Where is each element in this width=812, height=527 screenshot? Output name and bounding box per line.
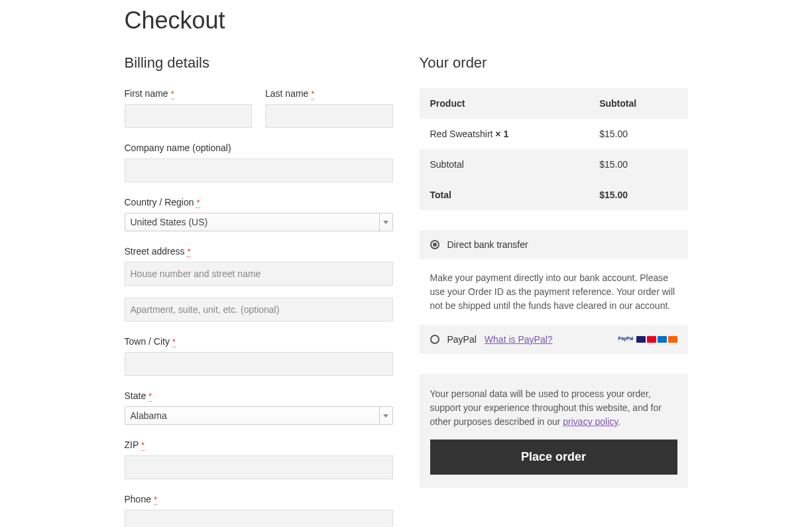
radio-icon [430,240,439,249]
required-icon: * [172,337,176,347]
price-cell: $15.00 [589,119,687,149]
zip-label: ZIP * [125,439,393,450]
what-is-paypal-link[interactable]: What is PayPal? [485,334,553,345]
company-label: Company name (optional) [125,143,393,153]
subtotal-value: $15.00 [589,149,687,180]
state-select-value: Alabama [131,410,167,421]
mastercard-icon [647,336,656,343]
table-row: Red Sweatshirt × 1 $15.00 [420,119,688,149]
order-summary-table: Product Subtotal Red Sweatshirt × 1 $15.… [420,88,688,210]
order-title: Your order [420,54,688,72]
payment-paypal[interactable]: PayPal What is PayPal? PayPal [420,325,688,354]
street-label: Street address * [125,246,393,257]
required-icon: * [154,495,157,505]
last-name-input[interactable] [265,104,393,128]
city-input[interactable] [125,352,393,376]
subtotal-row: Subtotal $15.00 [420,149,688,180]
radio-icon [430,335,439,344]
payment-paypal-label: PayPal [447,334,477,345]
paypal-icon: PayPal [618,336,634,343]
visa-icon [636,336,646,343]
phone-input[interactable] [125,510,393,527]
product-header: Product [420,88,589,119]
state-label: State * [125,390,393,401]
chevron-down-icon [379,213,392,231]
required-icon: * [171,89,174,99]
first-name-label: First name * [125,88,253,99]
privacy-notice: Your personal data will be used to proce… [430,387,677,429]
payment-direct-transfer[interactable]: Direct bank transfer [420,230,688,259]
last-name-label: Last name * [265,88,393,99]
payment-card-logos: PayPal [618,336,677,343]
payment-direct-description: Make your payment directly into our bank… [420,259,688,325]
place-order-button[interactable]: Place order [430,439,677,475]
required-icon: * [187,247,190,257]
first-name-input[interactable] [125,104,253,128]
required-icon: * [148,391,152,402]
required-icon: * [196,198,200,208]
required-icon: * [141,440,145,451]
total-label: Total [420,180,589,210]
subtotal-label: Subtotal [420,149,589,180]
required-icon: * [311,89,314,99]
street-address-1-input[interactable] [125,262,393,286]
zip-input[interactable] [125,455,393,479]
phone-label: Phone * [125,494,393,504]
city-label: Town / City * [125,336,393,347]
chevron-down-icon [379,407,392,424]
company-input[interactable] [125,158,393,182]
amex-icon [658,336,667,343]
page-title: Checkout [125,7,688,34]
total-row: Total $15.00 [420,180,688,210]
country-label: Country / Region * [125,197,393,207]
payment-direct-label: Direct bank transfer [447,239,528,250]
country-select-value: United States (US) [131,217,208,227]
discover-icon [668,336,677,343]
subtotal-header: Subtotal [589,88,687,119]
billing-title: Billing details [125,54,393,72]
state-select[interactable]: Alabama [125,406,393,425]
product-cell: Red Sweatshirt × 1 [420,119,589,149]
country-select[interactable]: United States (US) [125,213,393,231]
street-address-2-input[interactable] [125,298,393,322]
privacy-policy-link[interactable]: privacy policy [563,416,618,427]
total-value: $15.00 [589,180,687,210]
